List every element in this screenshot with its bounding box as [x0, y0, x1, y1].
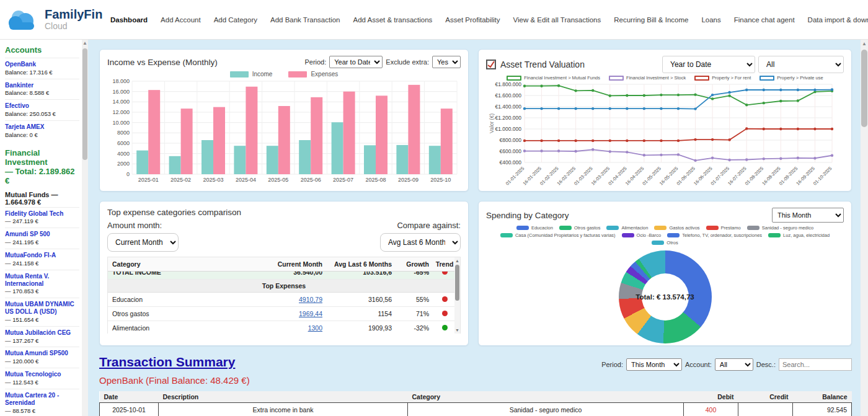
account-link[interactable]: OpenBank	[5, 61, 79, 68]
asset-trend-period-select[interactable]: Year to Date	[662, 56, 755, 73]
nav-item-add-category[interactable]: Add Category	[214, 16, 257, 24]
svg-text:0: 0	[126, 171, 130, 177]
transaction-summary-title[interactable]: Transaction Summary	[99, 355, 250, 370]
legend-label: Telefono, TV, ordenador, suscripciones	[682, 232, 762, 238]
legend-label: Educacion	[531, 225, 553, 231]
amount-month-label: Amount month:	[107, 221, 162, 230]
col-credit: Credit	[738, 391, 793, 403]
expense-table-header: Category Current Month Avg Last 6 Months…	[108, 257, 460, 272]
account-link[interactable]: Efectivo	[5, 102, 79, 110]
expense-table-scrollbar[interactable]: ▲ ▼	[454, 257, 460, 334]
fund-link[interactable]: Amundi SP 500	[5, 231, 79, 238]
col-date: Date	[100, 391, 159, 403]
nav-item-add-bank-transaction[interactable]: Add Bank Transaction	[270, 16, 340, 24]
current-value-link[interactable]: 1969,44	[299, 310, 322, 317]
svg-text:€1.800.000: €1.800.000	[495, 81, 521, 87]
scroll-down-icon[interactable]: ▼	[454, 327, 460, 334]
nav-item-add-asset-transactions[interactable]: Add Asset & transactions	[353, 16, 433, 24]
fund-item: Mutua Amundi SP500— 120.000 €	[5, 347, 79, 368]
svg-text:18.000: 18.000	[112, 78, 130, 84]
tx-search-input[interactable]	[779, 358, 852, 371]
fund-link[interactable]: Mutua Jubilación CEG	[5, 329, 79, 337]
legend-item: Gastos activos	[654, 225, 699, 231]
fund-value: — 247.119 €	[5, 218, 79, 225]
current-value-link[interactable]: 1300	[308, 324, 322, 332]
legend-item: Casa (Comunidad Propietarios y facturas …	[500, 232, 616, 238]
fund-link[interactable]: Mutua UBAM DYNAMIC US DOLL A (USD)	[5, 301, 79, 316]
row-category: Alimentacion	[108, 324, 260, 332]
brand-subtitle: Cloud	[45, 21, 102, 31]
account-link[interactable]: Tarjeta AMEX	[5, 123, 79, 131]
tx-debit: 400	[684, 403, 738, 416]
nav-item-finance-chat-agent[interactable]: Finance chat agent	[734, 16, 795, 24]
fund-item: Mutua UBAM DYNAMIC US DOLL A (USD)— 151.…	[5, 298, 79, 326]
legend-item: Prestamo	[706, 225, 741, 231]
nav-item-asset-profitability[interactable]: Asset Profitability	[445, 16, 500, 24]
exclude-extra-select[interactable]: Yes	[432, 56, 461, 68]
fund-link[interactable]: Fidelity Global Tech	[5, 210, 79, 218]
sidebar-scrollbar-thumb[interactable]	[82, 48, 87, 160]
svg-text:€800.000: €800.000	[500, 137, 522, 143]
fund-link[interactable]: Mutua Amundi SP500	[5, 350, 79, 357]
scroll-up-icon[interactable]: ▲	[454, 257, 460, 264]
col-growth: Growth	[392, 260, 429, 268]
spending-period-select[interactable]: This Month	[772, 208, 844, 223]
spending-title: Spending by Category	[486, 211, 569, 220]
fund-link[interactable]: Mutua Renta V. Internacional	[5, 273, 79, 288]
fund-link[interactable]: Mutua Tecnologico	[5, 371, 79, 378]
expense-table-scrollbar-thumb[interactable]	[455, 265, 459, 301]
fund-value: — 137.267 €	[5, 338, 79, 345]
legend-label: Property > Private use	[777, 75, 823, 81]
sidebar-scrollbar[interactable]: ▲	[82, 40, 88, 416]
svg-text:6000: 6000	[117, 140, 130, 146]
account-item: Tarjeta AMEXBalance: 0 €	[5, 120, 79, 141]
current-value-link[interactable]: 4910,79	[299, 296, 322, 303]
page-scrollbar[interactable]: ▲	[861, 40, 868, 416]
nav-item-view-edit-all-transactions[interactable]: View & Edit all Transactions	[513, 16, 601, 24]
svg-text:€1.400.000: €1.400.000	[495, 104, 521, 110]
nav-item-recurring-bill-income[interactable]: Recurring Bill & Income	[614, 16, 688, 24]
tx-account-select[interactable]: All	[715, 358, 753, 371]
nav-item-loans[interactable]: Loans	[701, 16, 720, 24]
scroll-up-icon[interactable]: ▲	[861, 40, 868, 48]
asset-trend-checkbox-icon[interactable]	[486, 60, 496, 69]
svg-text:2025-02: 2025-02	[170, 177, 191, 183]
fund-link[interactable]: Mutua Cartera 20 - Serenidad	[5, 392, 79, 407]
asset-trend-filter-select[interactable]: All	[758, 56, 844, 73]
svg-text:€1.200.000: €1.200.000	[495, 115, 521, 121]
col-category: Category	[408, 391, 684, 403]
nav-item-dashboard[interactable]: Dashboard	[110, 16, 148, 24]
legend-label: Otros gastos	[574, 225, 601, 231]
legend-swatch	[667, 233, 680, 237]
fund-item: Mutua Tecnologico— 112.543 €	[5, 368, 79, 389]
legend-label: Financial Investment > Mutual Funds	[524, 75, 600, 81]
account-link[interactable]: Bankinter	[5, 82, 79, 89]
legend-swatch	[654, 226, 666, 230]
income-expense-bar-chart: 0200040006000800010.00012.00014.00016.00…	[107, 77, 459, 184]
scroll-up-icon[interactable]: ▲	[82, 40, 88, 47]
fund-link[interactable]: MutuaFondo FI-A	[5, 252, 79, 259]
asset-trend-card: Asset Trend Valuation Year to Date All F…	[478, 49, 852, 192]
row-avg: 1909,93	[322, 324, 392, 332]
col-current-month: Current Month	[260, 260, 322, 268]
svg-text:€400.000: €400.000	[500, 159, 522, 166]
svg-text:14.000: 14.000	[112, 99, 130, 105]
account-item: OpenBankBalance: 17.316 €	[5, 58, 79, 79]
expense-table-row: Alimentacion13001909,93-32%	[108, 321, 460, 334]
legend-swatch	[516, 226, 529, 230]
legend-item: Otros	[652, 240, 678, 246]
compare-against-select[interactable]: Avg Last 6 Months	[380, 233, 461, 252]
page-scrollbar-thumb[interactable]	[861, 50, 867, 127]
nav-item-data-import-downloads[interactable]: Data import & downloads	[808, 16, 868, 24]
tx-period-select[interactable]: This Month	[626, 358, 682, 371]
transaction-row[interactable]: 2025-10-01 Extra income in bank Sanidad …	[100, 403, 852, 416]
legend-item: Property > For rent	[694, 75, 751, 81]
col-balance: Balance	[793, 391, 852, 403]
nav-item-add-account[interactable]: Add Account	[161, 16, 201, 24]
trend-dot-icon	[442, 325, 448, 330]
income-expense-period-select[interactable]: Year to Date	[329, 56, 383, 68]
legend-swatch	[507, 76, 521, 81]
row-current: 1969,44	[260, 310, 322, 317]
asset-trend-title: Asset Trend Valuation	[500, 60, 585, 69]
amount-month-select[interactable]: Current Month	[107, 233, 179, 252]
